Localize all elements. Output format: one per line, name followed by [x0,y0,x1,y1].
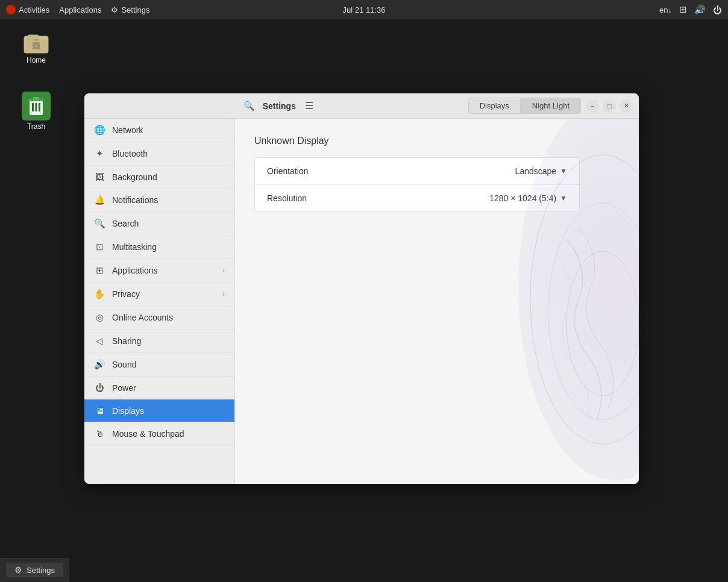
sidebar-label-privacy: Privacy [112,289,215,299]
chevron-right-icon: › [222,290,225,298]
taskbar-gear-icon: ⚙ [14,565,22,575]
sidebar-label-mouse-touchpad: Mouse & Touchpad [112,429,225,439]
resolution-dropdown[interactable]: 1280 × 1024 (5:4) ▼ [489,193,567,203]
sidebar-item-notifications[interactable]: 🔔Notifications [84,189,234,212]
notifications-icon: 🔔 [94,195,105,205]
sidebar-label-power: Power [112,383,225,393]
topbar-right: en↓ ⊞ 🔊 ⏻ [659,4,722,15]
resolution-row: Resolution 1280 × 1024 (5:4) ▼ [255,185,579,211]
sidebar-label-sound: Sound [112,360,225,369]
display-section-title: Unknown Display [254,136,620,146]
sidebar-label-sharing: Sharing [112,336,225,346]
tab-night-light[interactable]: Night Light [521,98,581,114]
orientation-chevron-icon: ▼ [560,167,567,175]
sound-icon: 🔊 [94,359,105,370]
applications-icon: ⊞ [94,265,105,276]
chevron-right-icon: › [222,266,225,275]
sidebar-label-applications: Applications [112,266,215,275]
network-icon: 🌐 [94,125,105,136]
displays-icon: 🖥 [94,405,105,416]
svg-rect-7 [36,103,37,111]
close-button[interactable]: ✕ [620,99,633,113]
power-icon: ⏻ [713,5,722,15]
sidebar-item-search[interactable]: 🔍Search [84,212,234,236]
sharing-icon: ◁ [94,336,105,346]
sidebar-label-notifications: Notifications [112,195,225,205]
search-button[interactable]: 🔍 [241,98,258,114]
sidebar-item-applications[interactable]: ⊞Applications› [84,259,234,283]
window-title: Settings [263,101,296,111]
home-desktop-icon[interactable]: Home [15,25,57,64]
minimize-button[interactable]: − [586,99,599,113]
svg-rect-8 [39,103,40,111]
trash-label: Trash [27,122,45,131]
menu-button[interactable]: ☰ [301,98,318,114]
display-settings-card: Orientation Landscape ▼ Resolution 1280 … [254,157,580,212]
sidebar-label-background: Background [112,172,225,182]
topbar: Activities Applications ⚙ Settings Jul 2… [0,0,728,19]
svg-point-13 [548,203,639,420]
orientation-value: Landscape [515,166,557,176]
orientation-row: Orientation Landscape ▼ [255,158,579,185]
activities-icon [6,5,16,14]
background-icon: 🖼 [94,172,105,182]
volume-icon: 🔊 [694,4,706,15]
svg-point-4 [36,45,37,47]
sidebar-item-mouse-touchpad[interactable]: 🖱Mouse & Touchpad [84,422,234,445]
sidebar-item-power[interactable]: ⏻Power [84,377,234,399]
locale-indicator[interactable]: en↓ [659,5,672,14]
activities-button[interactable]: Activities [6,5,49,14]
sidebar-label-displays: Displays [112,406,225,416]
sidebar-label-search: Search [112,219,225,228]
window-controls: − □ ✕ [586,99,633,113]
sidebar-item-network[interactable]: 🌐Network [84,119,234,142]
home-folder-icon [22,25,51,54]
maximize-button[interactable]: □ [603,99,616,113]
sidebar-item-background[interactable]: 🖼Background [84,166,234,189]
sidebar-label-multitasking: Multitasking [112,242,225,252]
home-label: Home [27,56,46,64]
sidebar-label-online-accounts: Online Accounts [112,313,225,322]
trash-desktop-icon[interactable]: Trash [15,92,57,131]
sidebar-item-bluetooth[interactable]: ✦Bluetooth [84,142,234,166]
settings-menu[interactable]: ⚙ Settings [111,5,149,14]
sidebar-label-network: Network [112,125,225,135]
power-icon: ⏻ [94,383,105,393]
privacy-icon: ✋ [94,289,105,299]
applications-menu[interactable]: Applications [59,5,101,14]
sidebar-item-multitasking[interactable]: ⊡Multitasking [84,236,234,259]
sidebar-item-privacy[interactable]: ✋Privacy› [84,283,234,306]
sidebar-item-online-accounts[interactable]: ◎Online Accounts [84,306,234,330]
topbar-datetime: Jul 21 11:36 [343,5,386,14]
window-body: 🌐Network✦Bluetooth🖼Background🔔Notificati… [84,119,639,484]
search-icon: 🔍 [94,218,105,229]
topbar-left: Activities Applications ⚙ Settings [6,5,149,14]
resolution-value: 1280 × 1024 (5:4) [489,193,556,203]
svg-rect-6 [32,103,34,111]
svg-rect-10 [33,97,39,99]
svg-point-14 [566,251,639,396]
gear-icon: ⚙ [111,5,118,14]
window-titlebar: 🔍 Settings ☰ Displays Night Light − □ ✕ [84,93,639,119]
titlebar-tabs: Displays Night Light [468,98,581,114]
network-icon: ⊞ [679,4,687,15]
settings-window: 🔍 Settings ☰ Displays Night Light − □ ✕ … [84,93,639,484]
tab-displays[interactable]: Displays [468,98,521,114]
sidebar-item-sound[interactable]: 🔊Sound [84,353,234,377]
main-content: Unknown Display Orientation Landscape ▼ … [235,119,639,484]
taskbar-settings-label: Settings [27,566,55,575]
resolution-chevron-icon: ▼ [560,194,567,202]
orientation-dropdown[interactable]: Landscape ▼ [515,166,567,176]
multitasking-icon: ⊡ [94,242,105,252]
sidebar-item-displays[interactable]: 🖥Displays [84,399,234,422]
mouse-touchpad-icon: 🖱 [94,428,105,439]
titlebar-center: 🔍 Settings ☰ [90,98,468,114]
trash-icon [22,92,51,120]
sidebar-item-sharing[interactable]: ◁Sharing [84,330,234,353]
orientation-label: Orientation [267,166,515,176]
sidebar-label-bluetooth: Bluetooth [112,149,225,158]
sidebar: 🌐Network✦Bluetooth🖼Background🔔Notificati… [84,119,235,484]
online-accounts-icon: ◎ [94,312,105,323]
taskbar-settings-item[interactable]: ⚙ Settings [6,563,63,577]
activities-label: Activities [19,5,49,14]
